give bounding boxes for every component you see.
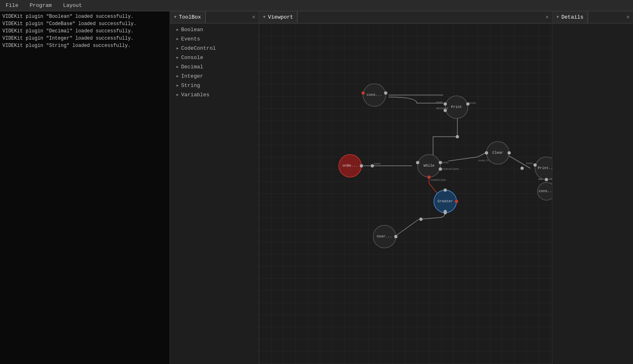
viewport-tab[interactable]: ▼ Viewport bbox=[259, 11, 297, 23]
node-user[interactable]: User... bbox=[373, 225, 397, 248]
svg-point-38 bbox=[485, 151, 488, 154]
right-area: ▼ ToolBox × ▶ Boolean ▶ Events ▶ bbox=[170, 11, 633, 364]
codecontrol-expand-icon: ▶ bbox=[176, 46, 178, 51]
node-cons1[interactable]: cons... bbox=[361, 84, 387, 106]
svg-point-68 bbox=[444, 210, 447, 213]
console-panel: VIDEKit plugin "Boolean" loaded successf… bbox=[0, 11, 170, 364]
string-label: String bbox=[181, 83, 200, 89]
details-title: Details bbox=[561, 14, 584, 20]
svg-text:While: While bbox=[423, 164, 434, 168]
toolbox-title: ToolBox bbox=[179, 14, 201, 20]
svg-text:exec: exec bbox=[469, 102, 476, 105]
toolbox-panel: ▼ ToolBox × ▶ Boolean ▶ Events ▶ bbox=[170, 11, 259, 364]
console-line-4: VIDEKit plugin "Integer" loaded successf… bbox=[2, 35, 167, 42]
svg-text:exec: exec bbox=[526, 162, 533, 165]
panels-row: ▼ ToolBox × ▶ Boolean ▶ Events ▶ bbox=[170, 11, 633, 364]
variables-label: Variables bbox=[181, 92, 209, 98]
details-arrow-icon: ▼ bbox=[557, 15, 559, 19]
toolbox-tab[interactable]: ▼ ToolBox bbox=[170, 11, 206, 23]
boolean-label: Boolean bbox=[181, 27, 203, 33]
node-onbe[interactable]: onBe... bbox=[339, 154, 363, 177]
svg-text:iterations: iterations bbox=[442, 167, 459, 171]
svg-text:exec: exec bbox=[442, 161, 449, 164]
node-while[interactable]: While condition exec iterations bbox=[416, 154, 459, 182]
svg-point-69 bbox=[419, 218, 423, 221]
toolbox-item-string[interactable]: ▶ String bbox=[170, 81, 259, 90]
integer-expand-icon: ▶ bbox=[176, 74, 178, 78]
node-print-top[interactable]: Print message exec exec bbox=[436, 96, 476, 119]
details-tab[interactable]: ▼ Details bbox=[552, 11, 588, 23]
svg-point-29 bbox=[439, 167, 442, 171]
svg-point-45 bbox=[545, 178, 548, 181]
viewport-canvas[interactable]: cons... Print message exec bbox=[259, 23, 552, 364]
svg-point-19 bbox=[456, 135, 459, 138]
svg-text:Print: Print bbox=[451, 105, 462, 109]
codecontrol-label: CodeControl bbox=[181, 45, 216, 51]
svg-point-67 bbox=[455, 200, 458, 203]
svg-point-13 bbox=[444, 102, 447, 106]
toolbox-item-variables[interactable]: ▶ Variables bbox=[170, 90, 259, 99]
toolbox-close-button[interactable]: × bbox=[249, 11, 259, 23]
console-label: Console bbox=[181, 55, 203, 61]
svg-text:Print...: Print... bbox=[537, 166, 552, 170]
svg-point-27 bbox=[416, 161, 419, 164]
console-line-1: VIDEKit plugin "Boolean" loaded successf… bbox=[2, 13, 167, 20]
svg-text:condition: condition bbox=[431, 178, 446, 182]
console-line-3: VIDEKit plugin "Decimal" loaded successf… bbox=[2, 28, 167, 35]
svg-point-65 bbox=[444, 188, 447, 192]
string-expand-icon: ▶ bbox=[176, 83, 178, 88]
integer-label: Integer bbox=[181, 73, 203, 79]
svg-text:Greater: Greater bbox=[438, 199, 453, 203]
node-cons2[interactable]: cons... bbox=[537, 182, 552, 200]
menu-program[interactable]: Program bbox=[27, 2, 54, 9]
node-print1[interactable]: Print... exec exec message bbox=[526, 157, 552, 185]
main-area: VIDEKit plugin "Boolean" loaded successf… bbox=[0, 11, 633, 364]
svg-point-10 bbox=[361, 91, 365, 95]
svg-text:exec: exec bbox=[374, 162, 381, 165]
details-header: ▼ Details × bbox=[552, 11, 633, 23]
svg-line-4 bbox=[395, 219, 419, 237]
boolean-expand-icon: ▶ bbox=[176, 28, 178, 32]
svg-text:User...: User... bbox=[377, 235, 392, 239]
svg-point-30 bbox=[427, 176, 431, 179]
svg-point-28 bbox=[439, 161, 442, 164]
menubar: File Program Layout bbox=[0, 0, 633, 11]
svg-point-22 bbox=[360, 164, 363, 167]
svg-point-43 bbox=[533, 163, 537, 167]
toolbox-arrow-icon: ▼ bbox=[174, 15, 176, 19]
svg-text:cons...: cons... bbox=[367, 93, 382, 97]
viewport-arrow-icon: ▼ bbox=[263, 15, 266, 19]
svg-point-40 bbox=[520, 167, 524, 170]
svg-point-23 bbox=[371, 164, 374, 167]
toolbox-item-integer[interactable]: ▶ Integer bbox=[170, 72, 259, 81]
svg-point-15 bbox=[466, 102, 469, 106]
variables-expand-icon: ▶ bbox=[176, 93, 178, 97]
svg-text:Clear: Clear bbox=[492, 151, 503, 155]
console-line-2: VIDEKit plugin "CodeBase" loaded success… bbox=[2, 20, 167, 28]
decimal-label: Decimal bbox=[181, 64, 203, 70]
console-expand-icon: ▶ bbox=[176, 55, 178, 60]
svg-text:exec: exec bbox=[436, 101, 443, 104]
viewport-panel: ▼ Viewport × bbox=[259, 11, 552, 364]
viewport-header: ▼ Viewport × bbox=[259, 11, 552, 23]
menu-file[interactable]: File bbox=[3, 2, 21, 9]
svg-text:onBe...: onBe... bbox=[342, 164, 358, 168]
toolbox-item-console[interactable]: ▶ Console bbox=[170, 53, 259, 62]
viewport-title: Viewport bbox=[268, 14, 293, 20]
events-label: Events bbox=[181, 36, 200, 42]
svg-text:message: message bbox=[436, 107, 448, 110]
toolbox-item-codecontrol[interactable]: ▶ CodeControl bbox=[170, 44, 259, 53]
details-close-button[interactable]: × bbox=[623, 11, 633, 23]
toolbox-header: ▼ ToolBox × bbox=[170, 11, 259, 23]
decimal-expand-icon: ▶ bbox=[176, 65, 178, 69]
menu-layout[interactable]: Layout bbox=[61, 2, 85, 9]
viewport-close-button[interactable]: × bbox=[542, 11, 552, 23]
toolbox-item-events[interactable]: ▶ Events bbox=[170, 34, 259, 44]
console-line-5: VIDEKit plugin "String" loaded successfu… bbox=[2, 42, 167, 49]
toolbox-item-decimal[interactable]: ▶ Decimal bbox=[170, 62, 259, 72]
svg-point-9 bbox=[384, 91, 387, 95]
svg-point-72 bbox=[394, 235, 397, 238]
toolbox-list: ▶ Boolean ▶ Events ▶ CodeControl ▶ Conso… bbox=[170, 23, 259, 101]
toolbox-item-boolean[interactable]: ▶ Boolean bbox=[170, 25, 259, 34]
events-expand-icon: ▶ bbox=[176, 37, 178, 41]
